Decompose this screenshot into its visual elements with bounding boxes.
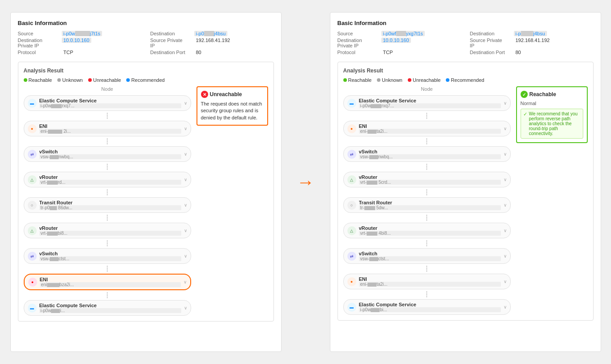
left-node-ecs1[interactable]: ▬ Elastic Compute Service i-p0wxxxxxxrxq… (24, 95, 191, 111)
right-node-vswitch2-chevron[interactable]: ∨ (504, 254, 507, 258)
right-legend-label-unknown: Unknown (382, 77, 402, 83)
right-node-vswitch1-name: vSwitch (359, 149, 501, 154)
left-node-eni2[interactable]: ● ENI enixxxxxxxbza2i... ∨ (24, 274, 191, 290)
right-node-vrouter2-text: vRouter vrt-xxxxxx 4bi8... (359, 225, 501, 236)
left-node-eni2-id: enixxxxxxxbza2i... (40, 282, 181, 287)
left-destination-value: i-p0xxxxj4bsu (194, 31, 228, 36)
left-legend-dot-unknown (57, 78, 61, 82)
right-destination-label: Destination (470, 31, 510, 36)
right-dest-private-value: 10.0.10.160 (381, 38, 411, 43)
right-result-subtext: Normal (521, 101, 583, 106)
right-legend-label-reachable: Reachable (348, 77, 372, 83)
right-source-private-value: 192.168.41.192 (514, 38, 551, 43)
left-info-col1: Source i-p0wxxxxxxj7t1s DestinationPriva… (18, 31, 141, 56)
left-node-vrouter1[interactable]: △ vRouter vrt-xxxxxxrd... ∨ (24, 172, 191, 187)
left-node-vswitch1[interactable]: ⇄ vSwitch vsw-xxxxxnwbq... ∨ (24, 146, 191, 162)
left-node-vrouter1-chevron[interactable]: ∨ (184, 177, 187, 182)
left-node-vswitch2-chevron[interactable]: ∨ (184, 254, 187, 258)
right-node-vswitch2[interactable]: ⇄ vSwitch vsw-xxxxxctst... ∨ (343, 248, 511, 264)
left-connector-2 (24, 138, 191, 144)
right-basic-info-title: Basic Information (338, 20, 594, 26)
right-status-label: Reachable (530, 91, 556, 97)
left-legend-dot-recommended (126, 78, 130, 82)
right-node-ecs2[interactable]: ▬ Elastic Compute Service i-p0wxxxxxbi..… (343, 299, 511, 315)
left-legend-reachable: Reachable (24, 77, 52, 83)
left-result-panel: ✕ Unreachable The request does not match… (197, 86, 268, 316)
left-node-transit[interactable]: ○ Transit Router tr-p0xxxx 86dw... ∨ (24, 197, 191, 213)
left-node-header: Node (24, 86, 191, 92)
right-legend-dot-unknown (377, 78, 380, 82)
left-node-ecs1-icon: ▬ (28, 99, 37, 108)
left-node-eni2-icon: ● (28, 278, 37, 287)
right-node-eni2[interactable]: ● ENI eni-xxxxxta2i... ∨ (343, 274, 511, 289)
left-basic-info-title: Basic Information (18, 20, 274, 26)
right-node-ecs1-id: i-p0wxxxxxxrxq7... (359, 103, 501, 108)
left-node-vswitch1-name: vSwitch (39, 149, 181, 154)
left-protocol-label: Protocol (18, 50, 58, 55)
right-node-vrouter2[interactable]: △ vRouter vrt-xxxxxx 4bi8... ∨ (343, 223, 511, 238)
right-node-vswitch2-icon: ⇄ (347, 252, 356, 261)
right-node-eni1[interactable]: ● ENI eni-xxxxxta2i... ∨ (343, 121, 511, 136)
right-node-eni2-id: eni-xxxxxta2i... (359, 282, 501, 287)
left-field-source: Source i-p0wxxxxxxj7t1s (18, 31, 141, 36)
right-legend-label-recommended: Recommended (451, 77, 484, 83)
left-node-eni1[interactable]: ● ENI eni-xxxxxxxx 2i... ∨ (24, 121, 191, 136)
right-node-vrouter2-chevron[interactable]: ∨ (504, 228, 507, 233)
left-field-protocol: Protocol TCP (18, 50, 141, 55)
right-node-ecs2-chevron[interactable]: ∨ (504, 305, 507, 309)
right-node-ecs2-name: Elastic Compute Service (359, 302, 501, 307)
left-node-eni2-chevron[interactable]: ∨ (184, 279, 187, 284)
right-connector-5 (343, 215, 511, 221)
right-node-transit-chevron[interactable]: ∨ (504, 203, 507, 207)
left-node-eni1-chevron[interactable]: ∨ (184, 126, 187, 131)
left-node-vswitch2-name: vSwitch (39, 251, 181, 256)
left-node-transit-chevron[interactable]: ∨ (184, 203, 187, 207)
right-node-vswitch1-text: vSwitch vsw-xxxxxnwbq... (359, 149, 501, 159)
right-node-eni2-icon: ● (347, 277, 356, 286)
left-node-eni1-icon: ● (28, 124, 37, 133)
left-node-ecs1-chevron[interactable]: ∨ (184, 101, 187, 106)
left-node-ecs2-chevron[interactable]: ∨ (184, 305, 187, 310)
right-node-transit[interactable]: ○ Transit Router tr-xxxxxx 5dw... ∨ (343, 197, 511, 213)
left-node-vrouter2[interactable]: △ vRouter vrt-xxxxxxbi8... ∨ (24, 223, 191, 238)
left-connector-6 (24, 240, 191, 246)
right-info-col2: Destination i-pxxxxxj4bsu Source Private… (470, 31, 594, 56)
left-info-col2: Destination i-p0xxxxj4bsu Source Private… (150, 31, 274, 56)
right-node-vswitch1-chevron[interactable]: ∨ (504, 152, 507, 157)
left-connector-4 (24, 189, 191, 195)
right-node-ecs1-text: Elastic Compute Service i-p0wxxxxxxrxq7.… (359, 98, 501, 108)
right-node-eni2-chevron[interactable]: ∨ (504, 279, 507, 284)
page-wrapper: Basic Information Source i-p0wxxxxxxj7t1… (10, 12, 601, 352)
right-result-status: ✓ Reachable (521, 91, 583, 98)
left-node-ecs2-id: i-p0wxxxxxi... (39, 308, 181, 313)
right-node-vrouter1-chevron[interactable]: ∨ (504, 177, 507, 182)
left-node-vswitch1-icon: ⇄ (28, 150, 37, 159)
right-connector-8 (343, 291, 511, 297)
right-node-vrouter2-icon: △ (347, 226, 356, 235)
left-node-transit-text: Transit Router tr-p0xxxx 86dw... (39, 200, 181, 210)
left-node-vswitch1-chevron[interactable]: ∨ (184, 152, 187, 157)
right-node-vrouter1[interactable]: △ vRouter vrt-xxxxxx 5crd... ∨ (343, 172, 511, 187)
left-node-ecs2-text: Elastic Compute Service i-p0wxxxxxi... (39, 303, 181, 313)
right-legend-dot-reachable (343, 78, 347, 82)
right-legend-recommended: Recommended (446, 77, 484, 83)
right-node-eni1-icon: ● (347, 124, 356, 133)
right-connector-6 (343, 240, 511, 246)
left-node-vrouter2-chevron[interactable]: ∨ (184, 228, 187, 233)
right-dest-private-label: DestinationPrivate IP (338, 38, 378, 48)
left-node-ecs2-name: Elastic Compute Service (39, 303, 181, 308)
right-destination-value: i-pxxxxxj4bsu (514, 31, 547, 36)
left-node-transit-id: tr-p0xxxx 86dw... (39, 205, 181, 210)
right-node-ecs1-chevron[interactable]: ∨ (504, 101, 507, 106)
right-node-vrouter2-id: vrt-xxxxxx 4bi8... (359, 231, 501, 236)
left-node-ecs2-icon: ▬ (28, 304, 37, 313)
left-result-text: The request does not match security grou… (201, 101, 264, 121)
right-node-vswitch1[interactable]: ⇄ vSwitch vsw-xxxxxnwbq... ∨ (343, 146, 511, 162)
left-legend-label-recommended: Recommended (131, 77, 165, 83)
right-analysis-section: Analysis Result Reachable Unknown Unreac… (338, 62, 594, 321)
left-node-vswitch2[interactable]: ⇄ vSwitch vsw-xxxxxctst... ∨ (24, 248, 191, 264)
right-node-ecs1[interactable]: ▬ Elastic Compute Service i-p0wxxxxxxrxq… (343, 95, 511, 111)
right-status-icon: ✓ (521, 91, 528, 98)
left-node-ecs2[interactable]: ▬ Elastic Compute Service i-p0wxxxxxi...… (24, 300, 191, 316)
right-node-eni1-chevron[interactable]: ∨ (504, 126, 507, 131)
